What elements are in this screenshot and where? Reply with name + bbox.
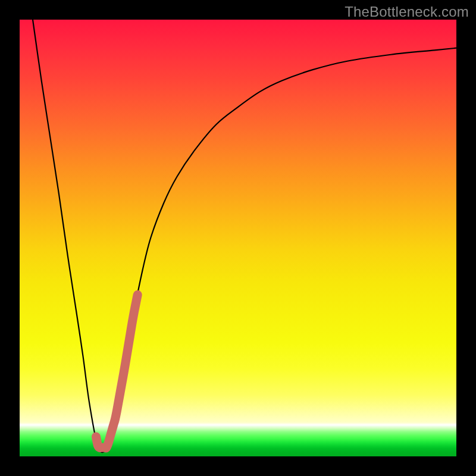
plot-area <box>20 20 456 456</box>
chart-svg <box>20 20 456 456</box>
chart-frame: TheBottleneck.com <box>0 0 476 476</box>
watermark-text: TheBottleneck.com <box>345 4 469 20</box>
highlight-segment <box>96 295 137 447</box>
curve-layer <box>33 20 456 452</box>
bottleneck-curve <box>33 20 456 452</box>
